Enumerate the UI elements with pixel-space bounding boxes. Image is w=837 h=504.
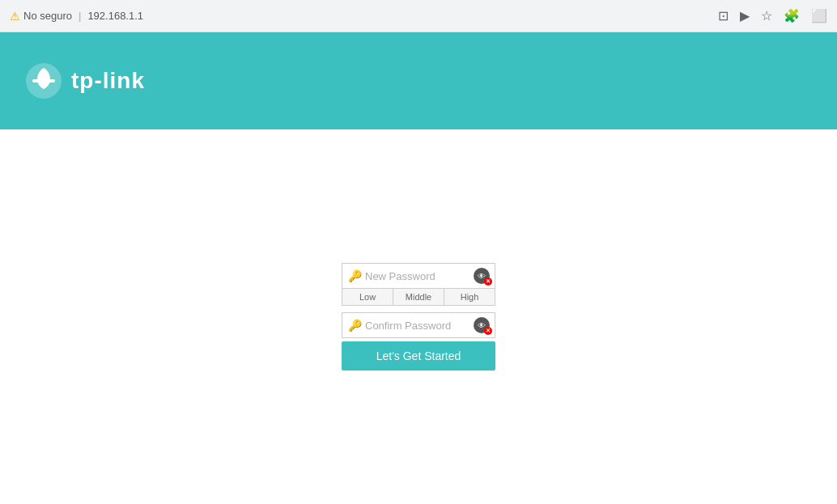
browser-chrome: ⚠ No seguro | 192.168.1.1 ⊡ ▶ ☆ 🧩 ⬜	[0, 0, 837, 32]
warning-icon: ⚠	[10, 10, 20, 23]
new-password-wrapper: 🔑 👁 ✕	[342, 263, 495, 289]
key-icon-new: 🔑	[348, 269, 362, 282]
x-badge-new: ✕	[484, 277, 492, 286]
main-content: 🔑 👁 ✕ Low Middle High 🔑 👁 ✕	[40, 129, 797, 504]
warning-text: No seguro	[23, 10, 72, 22]
x-badge-confirm: ✕	[484, 327, 492, 335]
screenshot-icon[interactable]: ⊡	[718, 8, 729, 23]
svg-rect-1	[32, 79, 55, 83]
window-icon[interactable]: ⬜	[811, 8, 827, 23]
toggle-new-password[interactable]: 👁 ✕	[473, 267, 491, 285]
strength-low: Low	[342, 289, 393, 305]
browser-toolbar: ⊡ ▶ ☆ 🧩 ⬜	[718, 8, 827, 23]
tplink-header: tp-link	[0, 32, 837, 129]
strength-high: High	[444, 289, 495, 305]
password-strength-bar: Low Middle High	[342, 289, 495, 306]
logo-text: tp-link	[71, 68, 145, 94]
password-form: 🔑 👁 ✕ Low Middle High 🔑 👁 ✕	[342, 263, 495, 371]
toggle-confirm-password[interactable]: 👁 ✕	[473, 316, 491, 334]
get-started-button[interactable]: Let's Get Started	[342, 341, 495, 371]
url-text: 192.168.1.1	[87, 10, 143, 22]
confirm-password-wrapper: 🔑 👁 ✕	[342, 312, 495, 338]
play-icon[interactable]: ▶	[740, 8, 750, 23]
key-icon-confirm: 🔑	[348, 319, 362, 332]
security-warning: ⚠ No seguro | 192.168.1.1	[10, 10, 143, 23]
puzzle-icon[interactable]: 🧩	[784, 8, 800, 23]
tplink-logo: tp-link	[24, 61, 145, 100]
separator: |	[79, 10, 81, 22]
star-icon[interactable]: ☆	[761, 8, 772, 23]
tplink-logo-icon	[24, 61, 63, 100]
strength-middle: Middle	[393, 289, 444, 305]
